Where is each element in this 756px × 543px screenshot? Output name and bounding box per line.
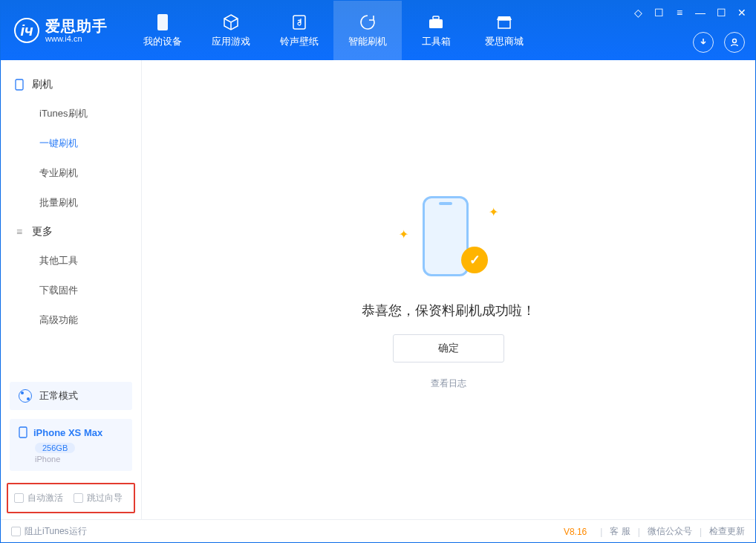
device-small-icon <box>19 426 27 438</box>
view-log-link[interactable]: 查看日志 <box>431 377 466 390</box>
status-bar: 阻止iTunes运行 V8.16 | 客 服 | 微信公众号 | 检查更新 <box>1 519 755 543</box>
sidebar: 刷机 iTunes刷机 一键刷机 专业刷机 批量刷机 ≡ 更多 其他工具 下载固… <box>1 60 142 519</box>
footer-link-wechat[interactable]: 微信公众号 <box>648 525 692 538</box>
success-message: 恭喜您，保资料刷机成功啦！ <box>362 302 535 319</box>
checkbox-icon <box>14 493 24 503</box>
footer-link-update[interactable]: 检查更新 <box>709 525 745 538</box>
footer-link-support[interactable]: 客 服 <box>610 525 630 538</box>
tab-toolbox[interactable]: 工具箱 <box>402 1 470 60</box>
flash-options-highlight: 自动激活 跳过向导 <box>7 483 135 513</box>
settings-icon[interactable]: ☐ <box>651 5 666 20</box>
success-illustration: ✦ ✦ ✓ <box>400 190 497 287</box>
checkbox-label: 跳过向导 <box>87 492 123 504</box>
group-label: 刷机 <box>32 78 53 91</box>
menu-icon[interactable]: ≡ <box>672 5 687 20</box>
header-tabs: 我的设备 应用游戏 铃声壁纸 智能刷机 工具箱 爱思商城 <box>128 1 538 60</box>
device-name: iPhone XS Max <box>33 427 102 438</box>
tab-label: 智能刷机 <box>348 35 387 48</box>
tab-label: 我的设备 <box>143 35 182 48</box>
svg-rect-0 <box>157 14 168 30</box>
tab-apps-games[interactable]: 应用游戏 <box>197 1 265 60</box>
sidebar-group-flash[interactable]: 刷机 <box>1 71 141 99</box>
shop-icon <box>495 13 514 32</box>
tab-store[interactable]: 爱思商城 <box>470 1 538 60</box>
tab-label: 工具箱 <box>422 35 451 48</box>
title-bar: iч 爱思助手 www.i4.cn 我的设备 应用游戏 铃声壁纸 智能刷机 工具… <box>1 1 755 60</box>
device-icon <box>153 13 172 32</box>
tab-label: 应用游戏 <box>212 35 250 48</box>
close-button[interactable]: ✕ <box>734 5 749 20</box>
tab-label: 爱思商城 <box>485 35 524 48</box>
app-name: 爱思助手 <box>45 18 108 34</box>
svg-rect-4 <box>498 20 510 28</box>
minimize-button[interactable]: ― <box>693 5 708 20</box>
tab-my-device[interactable]: 我的设备 <box>128 1 197 60</box>
sidebar-item-advanced[interactable]: 高级功能 <box>1 305 141 335</box>
svg-rect-7 <box>19 427 27 438</box>
mode-label: 正常模式 <box>39 389 78 403</box>
sidebar-item-download-firmware[interactable]: 下载固件 <box>1 276 141 305</box>
list-icon: ≡ <box>14 227 25 237</box>
checkbox-skip-guide[interactable]: 跳过向导 <box>74 492 123 504</box>
svg-rect-2 <box>429 19 443 28</box>
checkbox-auto-activate[interactable]: 自动激活 <box>14 492 63 504</box>
sidebar-item-oneclick-flash[interactable]: 一键刷机 <box>1 129 141 158</box>
sidebar-item-batch-flash[interactable]: 批量刷机 <box>1 188 141 218</box>
phone-outline-icon <box>14 79 25 90</box>
cube-icon <box>221 13 241 32</box>
check-badge-icon: ✓ <box>461 247 488 273</box>
download-button[interactable] <box>693 32 714 53</box>
checkbox-label: 阻止iTunes运行 <box>25 525 87 538</box>
toolbox-icon <box>426 13 446 32</box>
tab-label: 铃声壁纸 <box>280 35 319 48</box>
footer-links: | 客 服 | 微信公众号 | 检查更新 <box>600 525 745 538</box>
sparkle-icon: ✦ <box>399 227 408 241</box>
tab-ringtones[interactable]: 铃声壁纸 <box>265 1 333 60</box>
version-label: V8.16 <box>564 527 587 537</box>
svg-rect-3 <box>433 16 439 19</box>
device-mode-box[interactable]: 正常模式 <box>10 382 132 410</box>
main-content: ✦ ✦ ✓ 恭喜您，保资料刷机成功啦！ 确定 查看日志 <box>142 60 755 519</box>
sparkle-icon: ✦ <box>489 205 498 219</box>
checkbox-icon <box>11 527 21 536</box>
checkbox-label: 自动激活 <box>27 492 63 504</box>
maximize-button[interactable]: ☐ <box>714 5 729 20</box>
sidebar-item-itunes-flash[interactable]: iTunes刷机 <box>1 99 141 129</box>
sidebar-group-more[interactable]: ≡ 更多 <box>1 218 141 246</box>
sidebar-item-other-tools[interactable]: 其他工具 <box>1 246 141 276</box>
group-label: 更多 <box>32 225 53 238</box>
svg-rect-6 <box>16 79 23 90</box>
checkbox-icon <box>74 493 83 503</box>
skin-icon[interactable]: ◇ <box>630 5 645 20</box>
device-info-box[interactable]: iPhone XS Max 256GB iPhone <box>10 419 132 471</box>
user-button[interactable] <box>724 32 745 53</box>
checkbox-block-itunes[interactable]: 阻止iTunes运行 <box>11 525 87 538</box>
mode-icon <box>19 389 32 403</box>
header-actions <box>693 32 745 53</box>
tab-smart-flash[interactable]: 智能刷机 <box>333 1 402 60</box>
logo-icon: iч <box>14 18 39 43</box>
music-icon <box>290 13 309 32</box>
sidebar-item-pro-flash[interactable]: 专业刷机 <box>1 158 141 188</box>
svg-point-5 <box>733 39 737 43</box>
ok-button[interactable]: 确定 <box>393 334 504 362</box>
window-controls: ◇ ☐ ≡ ― ☐ ✕ <box>630 5 749 20</box>
app-website: www.i4.cn <box>45 34 108 43</box>
refresh-icon <box>358 13 377 32</box>
device-storage-badge: 256GB <box>35 443 75 453</box>
app-logo: iч 爱思助手 www.i4.cn <box>1 18 121 43</box>
device-type: iPhone <box>35 455 123 464</box>
